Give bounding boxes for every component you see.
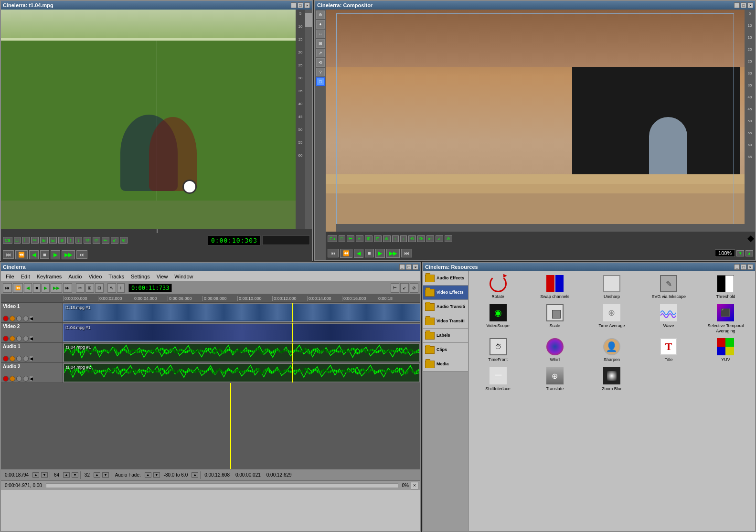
viewer-ctrl-paste[interactable]: ⊟ [49, 237, 57, 244]
tl-btn-ff[interactable]: ▶▶ [51, 283, 62, 293]
timeline-minimize[interactable]: _ [399, 264, 405, 270]
effect-unsharp[interactable]: Unsharp [584, 273, 639, 300]
comp-btn-back[interactable]: ◀ [354, 249, 363, 258]
effect-yuv[interactable]: YUV [698, 336, 753, 363]
track-v1-lock[interactable] [16, 316, 22, 321]
status-fv-up[interactable]: ▲ [192, 472, 198, 478]
effect-shiftint[interactable]: 𝄙 ShiftInterlace [470, 365, 525, 393]
status-dur-up[interactable]: ▲ [32, 472, 39, 478]
effect-whirl[interactable]: Whirl [527, 336, 582, 363]
effect-swap-channels[interactable]: Swap channels [527, 273, 582, 300]
tl-btn-misc3[interactable]: ⊘ [410, 283, 418, 293]
track-v2-lock[interactable] [16, 336, 22, 341]
tl-btn-home[interactable]: ⏮ [3, 283, 12, 293]
viewer-scrollbar-thumb[interactable] [305, 13, 312, 27]
viewer-ctrl-start[interactable]: ⇤ [102, 237, 109, 244]
viewer-btn-rewind[interactable]: ⏪ [15, 250, 28, 259]
comp-ctrl-copy[interactable]: ⊞ [365, 235, 373, 242]
viewer-minimize[interactable]: _ [291, 2, 297, 8]
track-a1-mute[interactable] [10, 356, 15, 362]
effect-svg[interactable]: ✎ SVG via Inkscape [641, 273, 696, 300]
track-a1-lock[interactable] [16, 356, 22, 362]
timeline-empty-area[interactable] [1, 383, 420, 469]
comp-tool-star[interactable]: ✦ [316, 20, 325, 29]
tl-btn-paste[interactable]: ⊟ [95, 283, 104, 293]
comp-ctrl-ca[interactable]: Ca [328, 235, 337, 242]
menu-view[interactable]: View [154, 273, 171, 280]
track-v2-mute[interactable] [10, 336, 15, 341]
viewer-ctrl-down[interactable]: ↓ [75, 237, 82, 244]
menu-window[interactable]: Window [171, 273, 196, 280]
comp-ctrl-bracket[interactable]: ⊢ [347, 235, 354, 242]
menu-keyframes[interactable]: Keyframes [34, 273, 65, 280]
effect-translate[interactable]: ⊕ Translate [527, 365, 582, 393]
effect-wave[interactable]: Wave [641, 302, 696, 335]
viewer-close[interactable]: × [304, 2, 310, 8]
viewer-maximize[interactable]: □ [298, 2, 303, 8]
category-media[interactable]: Media [423, 357, 468, 372]
effect-scale[interactable]: Scale [527, 302, 582, 335]
tl-btn-arrow[interactable]: ↖ [107, 283, 116, 293]
menu-settings[interactable]: Settings [128, 273, 153, 280]
comp-btn-ff[interactable]: ▶▶ [386, 249, 400, 258]
tl-btn-back[interactable]: ◀ [24, 283, 32, 293]
viewer-ctrl-undo[interactable]: ⟲ [84, 237, 91, 244]
tl-btn-cut[interactable]: ✂ [76, 283, 85, 293]
viewer-ctrl-sw[interactable]: ↙ [111, 237, 118, 244]
viewer-btn-rewind-start[interactable]: ⏮ [3, 250, 14, 259]
menu-tracks[interactable]: Tracks [106, 273, 127, 280]
comp-ctrl-x[interactable]: ⊗ [383, 235, 391, 242]
tl-btn-stop[interactable]: ■ [33, 283, 41, 293]
comp-tool-zoom[interactable]: ⊕ [316, 11, 325, 19]
category-labels[interactable]: Labels [423, 329, 468, 343]
comp-zoom-up[interactable]: ▲ [745, 250, 753, 256]
comp-zoom-down[interactable]: ▼ [736, 250, 744, 256]
comp-btn-stop[interactable]: ■ [365, 249, 374, 257]
resources-maximize[interactable]: □ [741, 264, 746, 270]
track-a2-lock[interactable] [16, 376, 22, 382]
effect-title[interactable]: T Title [641, 336, 696, 363]
menu-file[interactable]: File [3, 273, 17, 280]
track-v2-eye[interactable] [23, 336, 29, 341]
track-a2-rec[interactable] [3, 376, 9, 382]
comp-btn-rewind[interactable]: ⏪ [340, 249, 352, 258]
comp-btn-rewind-start[interactable]: ⏮ [328, 249, 339, 257]
viewer-btn-back[interactable]: ◀ [29, 250, 39, 259]
comp-ctrl-s3[interactable]: ⊘ [445, 235, 452, 242]
status-dur-down[interactable]: ▼ [41, 472, 48, 478]
resources-minimize[interactable]: _ [734, 264, 740, 270]
viewer-ctrl-bracket[interactable]: ⊢ [22, 237, 30, 244]
comp-ctrl-undo[interactable]: ⟲ [408, 235, 416, 242]
track-a1-rec[interactable] [3, 356, 9, 362]
viewer-ctrl-sq[interactable]: □ [14, 237, 21, 244]
scrubber-handle[interactable] [157, 229, 158, 233]
comp-tool-move[interactable]: ↔ [316, 30, 325, 38]
track-audio1-waveform[interactable]: t1.04.mpg #1 [64, 344, 419, 362]
effect-select-temp[interactable]: ⬛ Selective Temporal Averaging [698, 302, 753, 335]
compositor-close[interactable]: × [747, 2, 753, 8]
track-a1-spk[interactable] [23, 356, 29, 362]
tl-btn-copy[interactable]: ⊞ [85, 283, 94, 293]
status-z1-down[interactable]: ▼ [72, 472, 78, 478]
effect-threshold[interactable]: Threshold [698, 273, 753, 300]
viewer-ctrl-ca[interactable]: Ca [3, 237, 12, 244]
track-video2-clips[interactable]: t1.04.mpg #1 [63, 323, 420, 342]
comp-btn-play[interactable]: ▶ [375, 249, 385, 258]
compositor-maximize[interactable]: □ [741, 2, 746, 8]
timeline-close[interactable]: × [413, 264, 418, 270]
category-video-effects[interactable]: Video Effects [423, 286, 468, 300]
tl-btn-misc1[interactable]: ⊢ [391, 283, 399, 293]
viewer-ctrl-cut[interactable]: ✂ [31, 237, 39, 244]
comp-tool-help[interactable]: ? [316, 68, 325, 76]
comp-ctrl-s1[interactable]: ⇤ [426, 235, 434, 242]
track-a2-mute[interactable] [10, 376, 15, 382]
comp-ctrl-arr2[interactable]: ↓ [400, 235, 407, 242]
track-audio2-waveform[interactable]: t1.04.mpg #2 [64, 364, 419, 382]
tl-btn-ibeam[interactable]: I [117, 283, 125, 293]
comp-tool-arrow[interactable]: ↗ [316, 49, 325, 57]
viewer-ctrl-no[interactable]: ⊘ [120, 237, 128, 244]
comp-btn-end[interactable]: ⏭ [401, 249, 412, 257]
status-af-up[interactable]: ▲ [145, 472, 151, 478]
viewer-btn-end[interactable]: ⏭ [76, 250, 87, 259]
track-a1-arrow[interactable]: ◀ [30, 356, 33, 361]
